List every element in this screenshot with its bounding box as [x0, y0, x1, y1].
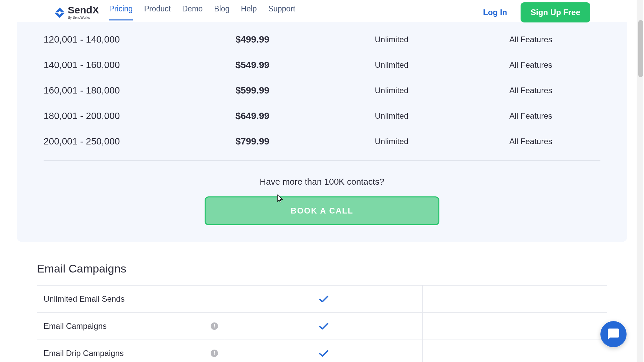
feature-check-cell — [225, 286, 423, 312]
feature-row: Email Drip Campaigns i — [37, 340, 607, 362]
tier-range: 140,001 - 160,000 — [44, 60, 183, 70]
tier-price: $499.99 — [183, 34, 322, 45]
tier-sends: Unlimited — [322, 60, 461, 70]
tier-features: All Features — [461, 60, 600, 70]
nav-product[interactable]: Product — [144, 4, 171, 20]
tier-sends: Unlimited — [322, 137, 461, 146]
nav-help[interactable]: Help — [241, 4, 257, 20]
feature-empty-cell — [423, 286, 607, 312]
check-icon — [319, 295, 329, 303]
pricing-row: 120,001 - 140,000 $499.99 Unlimited All … — [44, 27, 600, 52]
tier-range: 180,001 - 200,000 — [44, 111, 183, 121]
feature-label: Email Drip Campaigns — [44, 349, 124, 358]
tier-features: All Features — [461, 137, 600, 146]
cta-text: Have more than 100K contacts? — [17, 177, 627, 187]
brand-name: SendX — [68, 5, 99, 15]
tier-price: $649.99 — [183, 111, 322, 121]
check-icon — [319, 322, 329, 330]
chat-widget-button[interactable] — [600, 321, 627, 347]
feature-label: Email Campaigns — [44, 321, 107, 331]
tier-price: $799.99 — [183, 136, 322, 147]
tier-range: 200,001 - 250,000 — [44, 136, 183, 147]
chat-icon — [607, 327, 620, 341]
feature-check-cell — [225, 313, 423, 340]
brand-subtext: By SendWorks — [68, 16, 99, 19]
tier-price: $599.99 — [183, 85, 322, 96]
feature-table: Unlimited Email Sends Email Campaigns i … — [37, 285, 607, 362]
header-bar: SendX By SendWorks Pricing Product Demo … — [0, 0, 644, 22]
tier-features: All Features — [461, 111, 600, 121]
pricing-row: 200,001 - 250,000 $799.99 Unlimited All … — [44, 129, 600, 161]
check-icon — [319, 349, 329, 357]
pricing-panel: 120,001 - 140,000 $499.99 Unlimited All … — [17, 22, 627, 242]
tier-price: $549.99 — [183, 60, 322, 70]
cta-block: Have more than 100K contacts? BOOK A CAL… — [17, 177, 627, 225]
pricing-row: 160,001 - 180,000 $599.99 Unlimited All … — [44, 78, 600, 103]
info-icon[interactable]: i — [211, 350, 218, 357]
info-icon[interactable]: i — [211, 322, 218, 330]
feature-name-cell: Email Campaigns i — [37, 313, 225, 340]
login-link[interactable]: Log In — [483, 8, 507, 17]
nav-demo[interactable]: Demo — [182, 4, 203, 20]
feature-row: Email Campaigns i — [37, 312, 607, 340]
feature-check-cell — [225, 340, 423, 362]
signup-button[interactable]: Sign Up Free — [521, 2, 590, 22]
tier-sends: Unlimited — [322, 86, 461, 95]
feature-empty-cell — [423, 340, 607, 362]
tier-sends: Unlimited — [322, 35, 461, 44]
feature-label: Unlimited Email Sends — [44, 294, 124, 304]
features-title: Email Campaigns — [37, 262, 607, 275]
book-call-button[interactable]: BOOK A CALL — [205, 196, 439, 225]
main-nav: Pricing Product Demo Blog Help Support — [109, 4, 295, 20]
feature-name-cell: Unlimited Email Sends — [37, 286, 225, 312]
tier-range: 120,001 - 140,000 — [44, 34, 183, 45]
tier-sends: Unlimited — [322, 111, 461, 121]
brand-logo[interactable]: SendX By SendWorks — [54, 5, 99, 19]
tier-range: 160,001 - 180,000 — [44, 85, 183, 96]
tier-features: All Features — [461, 86, 600, 95]
nav-blog[interactable]: Blog — [214, 4, 229, 20]
nav-pricing[interactable]: Pricing — [109, 4, 132, 20]
tier-features: All Features — [461, 35, 600, 44]
features-section: Email Campaigns Unlimited Email Sends Em… — [0, 242, 644, 362]
sendx-logo-icon — [54, 6, 66, 18]
nav-support[interactable]: Support — [268, 4, 296, 20]
pricing-row: 140,001 - 160,000 $549.99 Unlimited All … — [44, 52, 600, 78]
feature-name-cell: Email Drip Campaigns i — [37, 340, 225, 362]
scrollbar-thumb[interactable] — [638, 20, 643, 77]
feature-empty-cell — [423, 313, 607, 340]
pricing-row: 180,001 - 200,000 $649.99 Unlimited All … — [44, 103, 600, 129]
pricing-table: 120,001 - 140,000 $499.99 Unlimited All … — [17, 22, 627, 161]
feature-row: Unlimited Email Sends — [37, 285, 607, 312]
